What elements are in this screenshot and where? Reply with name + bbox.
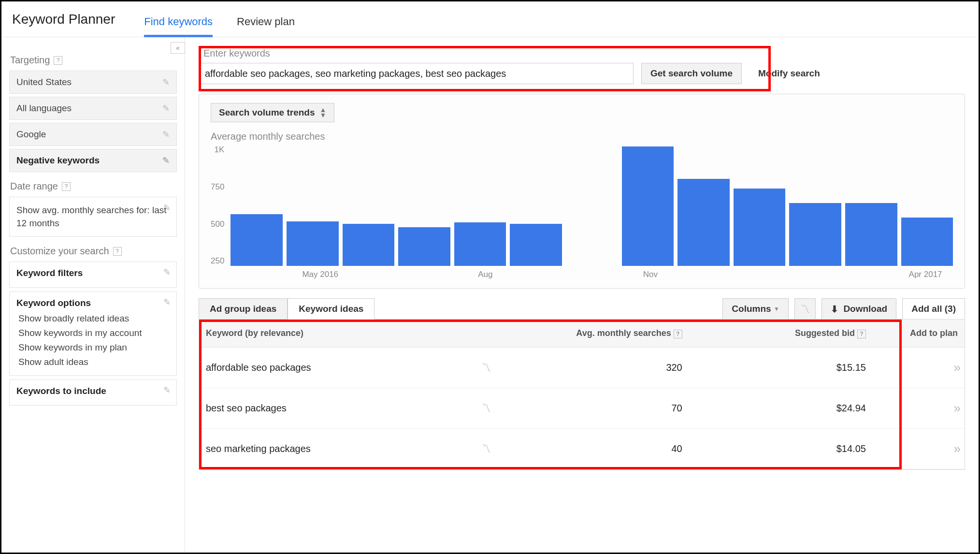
chart-view-button[interactable]: 〽 (794, 298, 816, 320)
app-title: Keyword Planner (12, 12, 115, 27)
col-bid[interactable]: Suggested bid ? (689, 320, 873, 348)
sidebar: « Targeting ? United States✎ All languag… (1, 37, 185, 553)
cell-bid: $14.05 (689, 429, 873, 469)
tab-ad-group-ideas[interactable]: Ad group ideas (199, 298, 288, 320)
targeting-location[interactable]: United States✎ (9, 71, 177, 94)
x-tick (733, 270, 788, 279)
pencil-icon: ✎ (162, 77, 170, 87)
customize-search-label: Customize your search ? (10, 246, 177, 257)
pencil-icon: ✎ (163, 202, 171, 214)
keywords-to-include[interactable]: Keywords to include ✎ (9, 379, 177, 406)
x-tick: Aug (458, 270, 513, 279)
chart-bar[interactable] (622, 146, 674, 266)
modify-search-button[interactable]: Modify search (749, 63, 829, 84)
chart-icon: 〽 (800, 304, 810, 315)
cell-bid: $15.15 (689, 348, 873, 388)
sort-icon: ▲▼ (320, 107, 327, 118)
x-tick (403, 270, 458, 279)
chart-bar[interactable] (845, 203, 897, 266)
chart-card: Search volume trends ▲▼ Average monthly … (199, 94, 965, 289)
x-tick: Apr 2017 (898, 270, 953, 279)
x-tick (678, 270, 733, 279)
chart-bar[interactable] (231, 214, 283, 266)
date-range-selector[interactable]: Show avg. monthly searches for: last 12 … (9, 197, 177, 237)
pencil-icon: ✎ (162, 155, 170, 166)
pencil-icon: ✎ (163, 385, 171, 395)
cell-bid: $24.94 (689, 388, 873, 429)
x-tick (513, 270, 568, 279)
top-bar: Keyword Planner Find keywords Review pla… (1, 1, 979, 37)
get-search-volume-button[interactable]: Get search volume (641, 63, 742, 84)
keyword-ideas-table: Keyword (by relevance) Avg. monthly sear… (199, 319, 965, 470)
option-in-plan: Show keywords in my plan (16, 340, 170, 355)
tab-keyword-ideas[interactable]: Keyword ideas (288, 298, 375, 320)
x-tick: May 2016 (293, 270, 348, 279)
targeting-network[interactable]: Google✎ (9, 123, 177, 146)
option-in-account: Show keywords in my account (16, 326, 170, 340)
chart-bar[interactable] (510, 224, 562, 266)
add-all-button[interactable]: Add all (3) (902, 298, 965, 320)
col-keyword[interactable]: Keyword (by relevance) (199, 320, 475, 348)
main-content: Enter keywords Get search volume Modify … (185, 37, 979, 553)
pencil-icon: ✎ (162, 129, 170, 140)
chart-bar[interactable] (398, 227, 450, 266)
cell-keyword: best seo packages (199, 388, 475, 429)
add-to-plan-button[interactable]: » (954, 360, 958, 375)
keyword-filters[interactable]: Keyword filters ✎ (9, 262, 177, 288)
chart-bar[interactable] (343, 224, 395, 266)
pencil-icon: ✎ (163, 267, 171, 277)
help-icon[interactable]: ? (54, 56, 62, 65)
chart-bars (230, 145, 953, 266)
keyword-options[interactable]: Keyword options Show broadly related ide… (9, 292, 177, 376)
cell-searches: 70 (505, 388, 689, 429)
chevron-down-icon: ▼ (774, 306, 779, 312)
chart-metric-dropdown[interactable]: Search volume trends ▲▼ (211, 103, 334, 122)
x-tick (788, 270, 843, 279)
col-searches[interactable]: Avg. monthly searches ? (505, 320, 689, 348)
targeting-negative-keywords[interactable]: Negative keywords✎ (9, 149, 177, 172)
columns-dropdown[interactable]: Columns ▼ (722, 298, 788, 320)
x-tick: Nov (623, 270, 678, 279)
cell-keyword: seo marketing packages (199, 429, 475, 469)
help-icon[interactable]: ? (674, 330, 682, 338)
col-add-to-plan: Add to plan (873, 320, 965, 348)
chart-bar[interactable] (454, 222, 506, 266)
chart-bar[interactable] (901, 218, 953, 266)
tab-review-plan[interactable]: Review plan (237, 15, 295, 37)
chart-title: Average monthly searches (211, 131, 953, 142)
chart-bar[interactable] (677, 179, 730, 266)
cell-searches: 40 (505, 429, 689, 469)
pencil-icon: ✎ (163, 297, 171, 307)
add-to-plan-button[interactable]: » (954, 401, 958, 415)
add-to-plan-button[interactable]: » (954, 441, 958, 456)
search-label: Enter keywords (203, 48, 634, 59)
x-tick (348, 270, 403, 279)
cell-keyword: affordable seo packages (199, 348, 475, 388)
tab-find-keywords[interactable]: Find keywords (144, 15, 213, 37)
chart-bar[interactable] (734, 189, 786, 266)
targeting-language[interactable]: All languages✎ (9, 97, 177, 120)
trend-icon[interactable]: 〽 (481, 403, 491, 413)
download-icon: ⬇ (831, 304, 838, 315)
chart-bar[interactable] (287, 221, 339, 266)
date-range-label: Date range ? (10, 181, 177, 192)
chart-y-axis: 1K 750 500 250 (211, 145, 230, 266)
ideas-toolbar: Ad group ideas Keyword ideas Columns ▼ 〽… (199, 298, 965, 320)
option-broadly-related: Show broadly related ideas (16, 311, 170, 326)
chart-bar[interactable] (789, 203, 841, 266)
download-button[interactable]: ⬇ Download (821, 298, 896, 320)
targeting-label: Targeting ? (10, 55, 177, 66)
cell-searches: 320 (505, 348, 689, 388)
help-icon[interactable]: ? (113, 247, 122, 256)
option-adult-ideas: Show adult ideas (16, 355, 170, 369)
trend-icon[interactable]: 〽 (481, 362, 491, 373)
help-icon[interactable]: ? (857, 330, 866, 338)
x-tick (843, 270, 898, 279)
pencil-icon: ✎ (162, 103, 170, 114)
table-row: affordable seo packages〽320$15.15» (199, 348, 965, 388)
collapse-sidebar-button[interactable]: « (171, 42, 185, 54)
trend-icon[interactable]: 〽 (481, 443, 491, 454)
help-icon[interactable]: ? (62, 182, 71, 191)
x-tick (568, 270, 623, 279)
keyword-input[interactable] (199, 63, 634, 84)
